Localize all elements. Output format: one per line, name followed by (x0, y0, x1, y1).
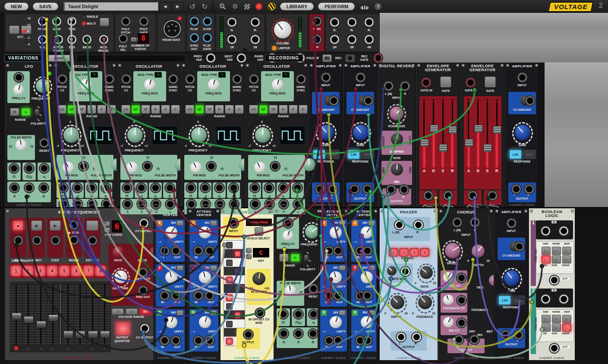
seq-fader-6[interactable] (75, 284, 85, 345)
2l-out-jack[interactable] (330, 18, 339, 27)
range-32-button[interactable]: 32' (195, 105, 204, 114)
random-out-jack[interactable] (294, 310, 303, 319)
att-out-jack[interactable] (363, 291, 372, 300)
step-button-4[interactable]: 4 (47, 266, 57, 276)
pulse-out-jack[interactable] (279, 310, 288, 319)
stop-jack[interactable] (203, 17, 212, 26)
4l-out-jack[interactable] (365, 18, 374, 27)
att-out-jack[interactable] (205, 336, 214, 345)
prev-patch-button[interactable]: ◄ (160, 2, 171, 11)
library-button[interactable]: LIBRARY (280, 3, 314, 10)
range-8-button[interactable]: 8' (215, 105, 224, 114)
exp-button[interactable]: EXP (513, 295, 525, 305)
env-slider-R[interactable]: R (492, 98, 501, 189)
quant-white-key[interactable] (224, 320, 245, 328)
range-4-button[interactable]: 4' (97, 105, 106, 114)
seq-start-button[interactable]: ▶ (31, 220, 42, 231)
att-out-jack[interactable] (171, 291, 180, 300)
att-knob[interactable] (199, 271, 211, 283)
xor-button[interactable]: ▷ (552, 255, 561, 264)
step-button-8[interactable]: 8 (95, 266, 106, 276)
gain-knob[interactable] (515, 125, 530, 140)
polarity-toggle[interactable] (304, 255, 308, 262)
env-slider-S[interactable]: S (438, 98, 447, 189)
sine-out-jack[interactable] (40, 164, 49, 173)
wave-out-jack[interactable] (293, 183, 302, 192)
bool-in-a-jack[interactable] (541, 295, 550, 304)
exp-button[interactable]: EXP (362, 150, 374, 159)
quant-white-key[interactable] (224, 302, 245, 311)
output-plus-jack[interactable] (363, 185, 372, 194)
help-icon[interactable]: ? (375, 3, 381, 10)
quant-black-key[interactable] (224, 311, 245, 319)
seq-fader-4[interactable] (47, 284, 58, 345)
waveform-display[interactable] (280, 126, 305, 144)
input-jack[interactable] (321, 73, 331, 82)
rate-knob[interactable] (420, 266, 433, 279)
wave-out-jack[interactable] (101, 183, 110, 192)
range-2-button[interactable]: 2' (171, 105, 180, 114)
att-in-jack[interactable] (324, 336, 334, 345)
pw-mod-jack[interactable] (79, 162, 88, 171)
quant-white-key[interactable] (224, 276, 245, 284)
att-out-jack[interactable] (334, 291, 343, 300)
pw-mod-jack[interactable] (207, 162, 216, 171)
nor-button[interactable]: ▷ (562, 247, 571, 255)
steps-down-button[interactable]: ▼ (104, 227, 110, 232)
output-plus-jack[interactable] (514, 330, 523, 339)
inv-button[interactable] (176, 310, 183, 316)
speed-knob[interactable] (445, 243, 460, 258)
saw-out-jack[interactable] (25, 183, 34, 192)
3r-out-jack[interactable] (347, 35, 356, 44)
pw-mod-jack[interactable] (271, 162, 280, 171)
2l-jack[interactable] (251, 18, 260, 27)
stage-1-button[interactable]: 1 (389, 248, 398, 257)
next-var-jack[interactable] (237, 53, 246, 63)
phaser-out-r-jack[interactable] (412, 333, 421, 342)
in-offset-cv-jack[interactable] (255, 308, 265, 317)
inv-button[interactable] (339, 310, 346, 316)
rate-mod-jack[interactable] (401, 267, 410, 276)
att-knob[interactable] (361, 316, 373, 328)
tri-out-jack[interactable] (279, 329, 288, 338)
range-16-button[interactable]: 16' (205, 105, 214, 114)
inv-button[interactable] (339, 220, 346, 226)
att-out-jack[interactable] (205, 291, 214, 300)
att-in-jack[interactable] (324, 246, 334, 255)
xor-button[interactable]: ▷ (552, 323, 561, 332)
key-stepper[interactable]: ▲ ▼ (246, 248, 252, 259)
phaser-out-l-jack[interactable] (397, 333, 406, 342)
pulse-out-jack[interactable] (9, 164, 19, 173)
att-in-jack[interactable] (194, 291, 203, 300)
exp-button[interactable]: EXP (327, 150, 340, 159)
wave-out-jack[interactable] (186, 183, 195, 192)
gate-button[interactable] (440, 76, 451, 88)
seq-stop-button[interactable]: ■ (13, 220, 24, 231)
scale-select-button[interactable] (255, 227, 263, 236)
range-32-button[interactable]: 32' (259, 105, 268, 114)
bool-out-jack[interactable] (550, 276, 559, 285)
hard-sync-jack[interactable] (233, 75, 242, 84)
stage-2-button[interactable]: 2 (399, 248, 409, 257)
gate-button[interactable] (485, 76, 496, 88)
rate-knob[interactable] (113, 246, 124, 257)
range-h-button[interactable]: H (279, 254, 289, 262)
wave-out-jack[interactable] (137, 183, 146, 192)
range-16-button[interactable]: 16' (269, 105, 278, 114)
gate-in-jack[interactable] (466, 78, 475, 87)
modwheel-jack[interactable] (99, 35, 108, 44)
pw-mod-knob[interactable] (254, 162, 265, 173)
inv-button[interactable] (176, 265, 183, 271)
variations-save-button[interactable]: SAVE (48, 55, 70, 62)
gain-knob[interactable] (353, 125, 369, 140)
seq-stop-jack[interactable] (14, 236, 23, 245)
xnor-button[interactable]: ▷ (562, 255, 571, 264)
att-knob[interactable] (165, 226, 177, 238)
att-out-jack[interactable] (205, 246, 214, 255)
steps-up-button[interactable]: ▲ (104, 221, 110, 226)
att-knob[interactable] (199, 226, 211, 238)
pitch-cv-jack[interactable] (249, 75, 258, 84)
output-quantize-button[interactable] (115, 321, 131, 336)
chorus-in-r-jack[interactable] (470, 218, 479, 227)
att-out-jack[interactable] (363, 336, 372, 345)
